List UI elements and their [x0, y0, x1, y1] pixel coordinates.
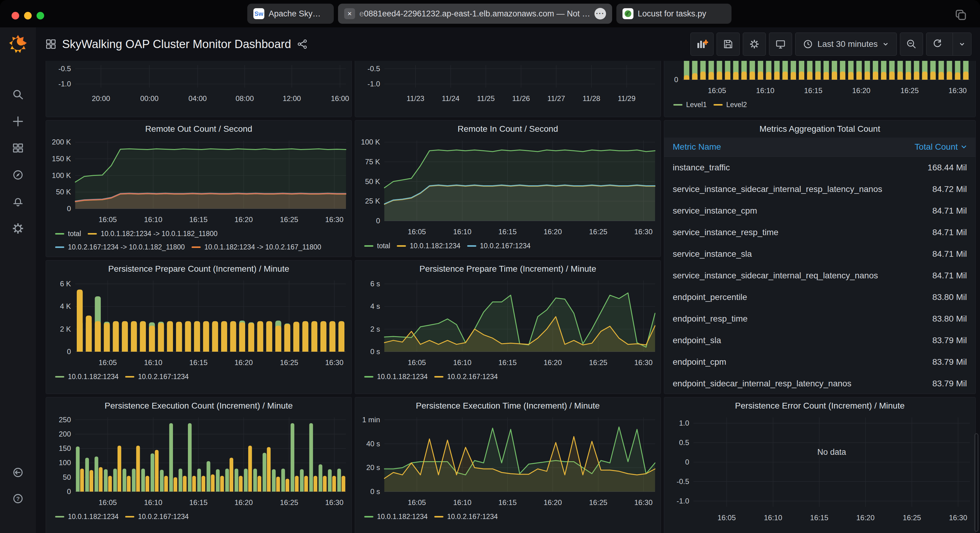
- add-panel-button[interactable]: [690, 33, 714, 56]
- table-row: endpoint_cpm83.79 Mil: [664, 351, 975, 373]
- column-header-metric-name[interactable]: Metric Name: [673, 142, 721, 152]
- legend-item[interactable]: 10.0.1.182:1234: [364, 370, 428, 383]
- panel-prepare-count: Persistence Prepare Count (Increment) / …: [46, 260, 352, 394]
- legend-item[interactable]: 10.0.2.167:1234 -> 10.0.1.182_11800: [55, 240, 185, 254]
- panel-title[interactable]: Remote Out Count / Second: [46, 121, 352, 138]
- help-icon[interactable]: ?: [11, 492, 24, 505]
- table-row: endpoint_resp_time83.80 Mil: [664, 308, 975, 330]
- svg-text:40 s: 40 s: [366, 439, 380, 448]
- svg-text:0: 0: [376, 217, 380, 225]
- svg-text:-0.5: -0.5: [59, 65, 71, 73]
- panel-title[interactable]: Persistence Execution Time (Increment) /…: [355, 397, 660, 414]
- time-range-picker[interactable]: Last 30 minutes: [795, 33, 897, 56]
- minimize-window-button[interactable]: [24, 12, 32, 19]
- panel-title[interactable]: Persistence Prepare Time (Increment) / M…: [355, 260, 660, 278]
- grafana-logo[interactable]: [8, 34, 28, 54]
- total-count-cell: 83.79 Mil: [932, 357, 967, 367]
- close-window-button[interactable]: [11, 12, 19, 19]
- panel-title[interactable]: Persistence Prepare Count (Increment) / …: [46, 260, 352, 278]
- legend-series-color: [714, 104, 723, 106]
- tab-overview-icon[interactable]: [954, 8, 967, 21]
- svg-text:0 s: 0 s: [370, 487, 380, 496]
- create-plus-icon[interactable]: [11, 115, 24, 128]
- legend-series-label: total: [68, 227, 81, 240]
- column-header-total-count[interactable]: Total Count: [915, 142, 967, 152]
- legend-item[interactable]: Level1: [673, 98, 707, 111]
- panel-prepare-time: Persistence Prepare Time (Increment) / M…: [355, 260, 661, 394]
- svg-text:16:15: 16:15: [498, 359, 517, 366]
- legend-series-color: [125, 516, 134, 517]
- sidebar-nav: [11, 88, 24, 235]
- explore-compass-icon[interactable]: [11, 168, 24, 181]
- legend-item[interactable]: 10.0.2.167:1234: [467, 239, 530, 252]
- dashboards-icon[interactable]: [11, 142, 24, 155]
- browser-tab-active-url[interactable]: × e0881eed4-22961232.ap-east-1.elb.amazo…: [338, 4, 612, 24]
- svg-text:6 s: 6 s: [370, 279, 380, 288]
- legend-series-color: [397, 245, 406, 247]
- legend-item[interactable]: Level2: [714, 98, 747, 111]
- chart-exec-count: 05010015020025016:0516:1016:1516:2016:25…: [46, 414, 352, 509]
- zoom-out-time-button[interactable]: [900, 33, 923, 56]
- sign-in-icon[interactable]: [11, 466, 24, 479]
- svg-text:16:10: 16:10: [453, 359, 471, 366]
- save-dashboard-button[interactable]: [717, 33, 740, 56]
- legend-item[interactable]: 10.0.2.167:1234: [434, 370, 498, 383]
- total-count-cell: 84.71 Mil: [932, 228, 967, 237]
- scrollbar-thumb[interactable]: [974, 433, 978, 532]
- legend-item[interactable]: 10.0.2.167:1234 -> 10.0.2.167_11800: [55, 254, 185, 257]
- alerting-bell-icon[interactable]: [11, 195, 24, 208]
- svg-text:No data: No data: [818, 447, 846, 457]
- legend-item[interactable]: 10.0.2.167:1234: [434, 510, 498, 523]
- panel-title[interactable]: Remote In Count / Second: [355, 121, 660, 138]
- share-icon[interactable]: [297, 39, 308, 49]
- svg-text:16:30: 16:30: [634, 228, 652, 236]
- legend-item[interactable]: 10.0.1.182:1234: [397, 239, 460, 252]
- tab-more-icon[interactable]: ···: [595, 8, 606, 19]
- svg-text:16:10: 16:10: [144, 216, 162, 224]
- grafana-main: SkyWalking OAP Cluster Monitor Dashboard: [36, 27, 980, 533]
- legend-item[interactable]: 10.0.1.182:1234: [364, 510, 428, 523]
- svg-text:16:15: 16:15: [498, 498, 517, 506]
- metric-name-cell: instance_traffic: [673, 163, 730, 173]
- svg-text:16:15: 16:15: [189, 498, 207, 506]
- dashboard-settings-button[interactable]: [743, 33, 766, 56]
- chart-prepare-count: 02 K4 K6 K16:0516:1016:1516:2016:2516:30: [46, 278, 352, 369]
- svg-text:16:15: 16:15: [189, 359, 207, 366]
- search-icon[interactable]: [11, 88, 24, 101]
- tab-close-icon[interactable]: ×: [344, 8, 355, 19]
- legend-item[interactable]: total: [55, 227, 81, 240]
- panel-title[interactable]: Persistence Error Count (Increment) / Mi…: [664, 397, 975, 414]
- dashboard-grid-icon: [46, 39, 56, 49]
- svg-text:100: 100: [59, 458, 71, 467]
- legend-item[interactable]: 10.0.2.167:1234: [125, 510, 189, 523]
- legend-item[interactable]: 10.0.1.182:1234: [55, 370, 118, 383]
- total-count-cell: 84.71 Mil: [932, 206, 967, 216]
- legend-item[interactable]: total: [364, 239, 390, 252]
- svg-text:16:05: 16:05: [708, 86, 726, 95]
- panel-title[interactable]: Persistence Execution Count (Increment) …: [46, 397, 352, 414]
- panel-title[interactable]: Metrics Aggregation Total Count: [664, 121, 975, 138]
- svg-text:16:20: 16:20: [544, 498, 562, 506]
- legend-item[interactable]: 10.0.1.182:1234: [55, 510, 118, 523]
- svg-text:?: ?: [16, 496, 20, 502]
- legend-item[interactable]: 10.0.2.167:1234: [125, 370, 189, 383]
- legend-item[interactable]: 10.0.1.182:1234 -> 10.0.1.182_11800: [88, 227, 218, 240]
- legend-series-label: 10.0.2.167:1234: [138, 370, 189, 383]
- panel-metrics-table: Metrics Aggregation Total Count Metric N…: [664, 120, 976, 394]
- refresh-button[interactable]: [926, 33, 948, 56]
- cycle-view-mode-button[interactable]: [769, 33, 792, 56]
- browser-tab-locust[interactable]: Locust for tasks.py: [616, 4, 732, 24]
- svg-text:16:15: 16:15: [804, 86, 822, 95]
- svg-text:-1.0: -1.0: [677, 497, 689, 505]
- svg-text:11/26: 11/26: [512, 94, 530, 103]
- configuration-gear-icon[interactable]: [11, 222, 24, 235]
- zoom-window-button[interactable]: [37, 12, 44, 19]
- browser-tab-skywalking[interactable]: Sw Apache SkyWalki...: [247, 4, 334, 24]
- legend-item[interactable]: 10.0.1.182:1234 -> 10.0.2.167_11800: [192, 240, 321, 254]
- panel-error-count: Persistence Error Count (Increment) / Mi…: [664, 397, 976, 533]
- refresh-interval-dropdown[interactable]: [953, 33, 971, 56]
- refresh-button-group: [926, 33, 972, 56]
- total-count-cell: 84.71 Mil: [932, 249, 967, 259]
- svg-text:16:15: 16:15: [189, 216, 207, 224]
- table-row: service_instance_sla84.71 Mil: [664, 243, 975, 265]
